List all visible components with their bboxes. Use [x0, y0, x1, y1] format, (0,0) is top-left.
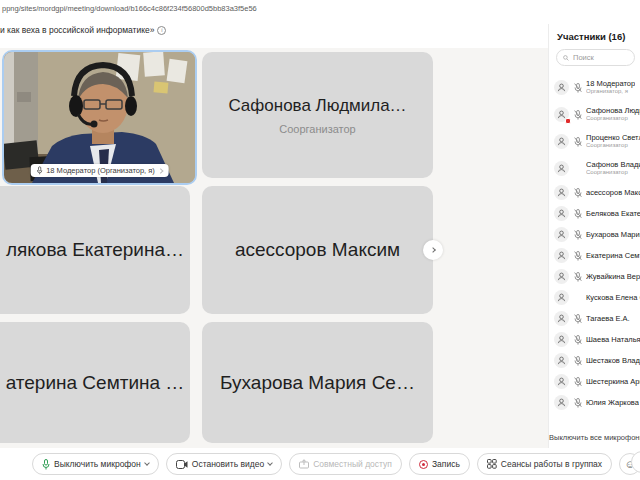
record-icon	[419, 460, 428, 469]
participant-row[interactable]: Белякова Екатер	[549, 203, 640, 224]
panel-top-spacer	[548, 0, 640, 24]
participant-row[interactable]: Кускова Елена С	[549, 287, 640, 308]
chevron-down-icon	[144, 460, 150, 466]
avatar	[554, 227, 569, 242]
person-icon	[557, 335, 566, 344]
participant-name: Жувайкина Вера	[586, 272, 640, 281]
avatar	[554, 206, 569, 221]
participant-text: Шестаков Влади	[586, 356, 640, 365]
person-icon	[557, 356, 566, 365]
mic-muted-icon	[573, 272, 582, 282]
participant-row[interactable]: Сафонов Влади Соорганизатор	[549, 155, 640, 182]
meeting-toolbar: Выключить микрофон Остановить видео Совм…	[0, 448, 640, 480]
share-screen-icon	[299, 459, 309, 469]
record-label: Запись	[432, 459, 460, 469]
person-icon	[557, 209, 566, 218]
search-input[interactable]	[573, 53, 628, 62]
video-tile-belyakova[interactable]: лякова Екатерина…	[0, 186, 190, 314]
mic-muted-icon	[573, 83, 582, 93]
participant-name: Шестаков Влади	[586, 356, 640, 365]
mic-muted-icon	[573, 230, 582, 240]
participant-text: Юлия Жаркова	[586, 398, 639, 407]
participant-text: 18 Модератор Организатор, я	[586, 79, 635, 95]
mic-muted-icon	[573, 251, 582, 261]
person-icon	[557, 137, 566, 146]
person-icon	[557, 272, 566, 281]
active-speaker-label[interactable]: 18 Модератор (Организатор, я)	[30, 164, 169, 177]
participant-name: Юлия Жаркова	[586, 398, 639, 407]
video-tile-bukharova[interactable]: Бухарова Мария Се…	[202, 322, 433, 443]
tile-name: лякова Екатерина…	[6, 239, 184, 261]
stop-video-button[interactable]: Остановить видео	[166, 453, 282, 475]
avatar	[554, 185, 569, 200]
video-tile-safonova[interactable]: Сафонова Людмила… Соорганизатор	[202, 52, 433, 178]
participant-text: Проценко Светл Соорганизатор	[586, 133, 640, 149]
avatar	[554, 395, 569, 410]
participant-row[interactable]: Шестеркина Ари	[549, 371, 640, 392]
mic-muted-icon	[573, 377, 582, 387]
participant-name: Проценко Светл	[586, 133, 640, 142]
page-heading: и как веха в российской информатике» i	[0, 25, 166, 35]
participants-panel: Участники (16) 18 Модерато	[548, 24, 640, 448]
participant-row[interactable]: Проценко Светл Соорганизатор	[549, 128, 640, 155]
mute-microphone-label: Выключить микрофон	[54, 459, 141, 469]
participant-text: Сафонова Людм Соорганизатор	[586, 106, 640, 122]
next-page-button[interactable]	[423, 240, 443, 260]
participant-text: Екатерина Семт	[586, 251, 640, 260]
participant-row[interactable]: Жувайкина Вера	[549, 266, 640, 287]
participant-text: Сафонов Влади Соорганизатор	[586, 160, 640, 176]
record-button[interactable]: Запись	[409, 453, 470, 475]
participant-text: Кускова Елена С	[586, 293, 640, 302]
mic-muted-icon	[573, 188, 582, 198]
mute-microphone-button[interactable]: Выключить микрофон	[32, 453, 159, 475]
participant-row[interactable]: Шестаков Влади	[549, 350, 640, 371]
participant-name: Екатерина Семт	[586, 251, 640, 260]
participant-subtitle: Соорганизатор	[586, 142, 640, 149]
active-speaker-name: 18 Модератор (Организатор, я)	[46, 166, 155, 175]
breakout-rooms-button[interactable]: Сеансы работы в группах	[477, 453, 612, 475]
share-screen-button[interactable]: Совместный доступ	[289, 453, 402, 475]
participant-name: Белякова Екатер	[586, 209, 640, 218]
participant-row[interactable]: Тагаева Е.А.	[549, 308, 640, 329]
person-icon	[557, 377, 566, 386]
info-icon[interactable]: i	[157, 26, 166, 35]
video-tile-asessorov[interactable]: асессоров Максим	[202, 186, 433, 314]
participant-name: Сафонов Влади	[586, 160, 640, 169]
participant-row[interactable]: 18 Модератор Организатор, я	[549, 74, 640, 101]
tile-name: Бухарова Мария Се…	[220, 372, 415, 394]
participant-row[interactable]: асессоров Макс	[549, 182, 640, 203]
participant-row[interactable]: Бухарова Мария	[549, 224, 640, 245]
participant-text: Белякова Екатер	[586, 209, 640, 218]
mic-muted-icon	[573, 314, 582, 324]
participant-text: Жувайкина Вера	[586, 272, 640, 281]
participant-row[interactable]: Шаева Наталья	[549, 329, 640, 350]
participant-search[interactable]	[556, 49, 635, 66]
person-icon	[557, 314, 566, 323]
participants-list[interactable]: 18 Модератор Организатор, я Сафонова Люд…	[549, 74, 640, 419]
participant-row[interactable]: Екатерина Семт	[549, 245, 640, 266]
participant-row[interactable]: Сафонова Людм Соорганизатор	[549, 101, 640, 128]
avatar	[554, 107, 569, 122]
mic-icon	[36, 166, 42, 175]
tile-subtitle: Соорганизатор	[279, 123, 355, 135]
person-icon	[557, 398, 566, 407]
browser-strip: ppng/sites/mordgpi/meeting/download/b166…	[0, 0, 640, 48]
participant-name: Сафонова Людм	[586, 106, 640, 115]
share-screen-label: Совместный доступ	[313, 459, 392, 469]
breakout-rooms-label: Сеансы работы в группах	[501, 459, 602, 469]
participant-subtitle: Организатор, я	[586, 88, 635, 95]
tile-name: атерина Семтина …	[6, 372, 185, 394]
person-icon	[557, 164, 566, 173]
avatar	[554, 311, 569, 326]
video-tile-semtina[interactable]: атерина Семтина …	[0, 322, 190, 443]
url-text: ppng/sites/mordgpi/meeting/download/b166…	[2, 4, 257, 13]
video-tile-moderator[interactable]: 18 Модератор (Организатор, я)	[2, 50, 197, 185]
avatar	[554, 332, 569, 347]
mute-all-button[interactable]: Выключить все микрофоны	[549, 433, 640, 442]
chevron-right-icon	[430, 247, 436, 253]
avatar	[554, 134, 569, 149]
person-icon	[557, 230, 566, 239]
search-icon	[563, 54, 569, 62]
microphone-icon	[42, 459, 50, 470]
participant-row[interactable]: Юлия Жаркова	[549, 392, 640, 413]
